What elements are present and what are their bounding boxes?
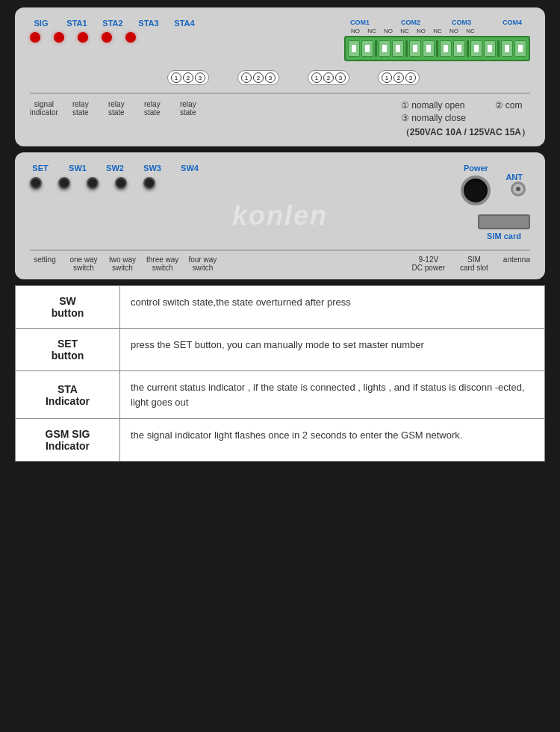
pin-9 bbox=[470, 40, 482, 57]
power-ant-row: Power ANT bbox=[461, 164, 530, 205]
no3: NO bbox=[413, 28, 429, 34]
desc-three-way: three wayswitch bbox=[146, 255, 178, 272]
indicator-labels: SIG STA1 STA2 STA3 STA4 bbox=[30, 19, 196, 28]
desc-signal-line1: signal bbox=[30, 100, 58, 108]
info-table: SWbutton control switch state,the state … bbox=[15, 285, 545, 462]
relay-group-4: 1 2 3 bbox=[378, 70, 420, 85]
num-3-3: 3 bbox=[335, 72, 346, 83]
num-4-3: 3 bbox=[405, 72, 416, 83]
gsm-sig-label: GSM SIGIndicator bbox=[16, 419, 120, 461]
sta4-label: STA4 bbox=[173, 19, 196, 28]
legend-item3: ③ nomally close bbox=[401, 113, 466, 123]
set-label: SET bbox=[30, 164, 51, 173]
pin-10 bbox=[484, 40, 496, 57]
no2: NO bbox=[380, 28, 396, 34]
num-3-1: 1 bbox=[311, 72, 322, 83]
sta1-label: STA1 bbox=[66, 19, 88, 28]
sig-label: SIG bbox=[30, 19, 52, 28]
num-2-1: 1 bbox=[241, 72, 252, 83]
relay-group-2: 1 2 3 bbox=[237, 70, 279, 85]
num-2-3: 3 bbox=[265, 72, 276, 83]
ant-section: ANT bbox=[505, 173, 530, 196]
no4: NO bbox=[446, 28, 462, 34]
nc2: NC bbox=[396, 28, 413, 34]
sim-card-section: SIM card bbox=[478, 214, 530, 241]
indicators-section: SIG STA1 STA2 STA3 STA4 bbox=[30, 19, 196, 43]
sta1-dot bbox=[54, 32, 64, 43]
ant-inner bbox=[516, 187, 520, 191]
desc-one-way: one wayswitch bbox=[69, 255, 99, 272]
sta3-label: STA3 bbox=[137, 19, 160, 28]
sta-indicator-label: STAIndicator bbox=[16, 371, 120, 418]
main-container: SIG STA1 STA2 STA3 STA4 bbox=[0, 0, 560, 732]
sw2-label: SW2 bbox=[105, 164, 125, 173]
set-button[interactable] bbox=[30, 177, 42, 189]
bottom-desc-right: 9-12VDC power SIMcard slot antenna bbox=[412, 255, 530, 272]
com1-label: COM1 bbox=[350, 19, 370, 26]
pin-12 bbox=[514, 40, 526, 57]
desc-relay4: relay state bbox=[175, 100, 202, 139]
num-1-3: 3 bbox=[195, 72, 205, 83]
set-button-desc: press the SET button, you can manually m… bbox=[120, 329, 544, 370]
pin-1 bbox=[348, 40, 360, 57]
power-button[interactable] bbox=[461, 176, 491, 205]
sw4-label: SW4 bbox=[179, 164, 200, 173]
desc-relay1: relay state bbox=[67, 100, 94, 139]
relay-group-1: 1 2 3 bbox=[167, 70, 209, 85]
num-2-2: 2 bbox=[253, 72, 264, 83]
pin-6 bbox=[423, 40, 435, 57]
nc4: NC bbox=[462, 28, 479, 34]
sim-label: SIM card bbox=[487, 232, 521, 241]
nc1: NC bbox=[364, 28, 380, 34]
sw1-button[interactable] bbox=[58, 177, 70, 189]
sw3-button[interactable] bbox=[115, 177, 127, 189]
sw2-button[interactable] bbox=[87, 177, 99, 189]
sta2-label: STA2 bbox=[102, 19, 124, 28]
sta3-dot bbox=[102, 32, 112, 43]
sw4-button[interactable] bbox=[143, 177, 155, 189]
indicator-dots bbox=[30, 32, 136, 43]
no1: NO bbox=[347, 28, 364, 34]
dc-power-desc: 9-12VDC power bbox=[412, 255, 445, 272]
sta-indicator-row: STAIndicator the current status indicato… bbox=[16, 371, 544, 419]
pin-3 bbox=[379, 40, 391, 57]
sw-button-label: SWbutton bbox=[16, 286, 120, 328]
power-section: Power bbox=[461, 164, 491, 205]
sim-card-desc: SIMcard slot bbox=[460, 255, 488, 272]
top-panel: SIG STA1 STA2 STA3 STA4 bbox=[15, 7, 545, 146]
terminal-green-block bbox=[344, 36, 530, 61]
sta4-dot bbox=[125, 32, 136, 43]
desc-two-way: two wayswitch bbox=[108, 255, 137, 272]
bottom-panel: konlen SET SW1 SW2 SW3 SW4 bbox=[15, 152, 545, 279]
switch-dots bbox=[30, 177, 200, 189]
right-panel-section: Power ANT SIM card bbox=[461, 164, 530, 241]
com3-label: COM3 bbox=[452, 19, 471, 26]
sta2-dot bbox=[78, 32, 88, 43]
desc-setting: setting bbox=[30, 255, 60, 272]
sw-button-row: SWbutton control switch state,the state … bbox=[16, 286, 544, 329]
pin-11 bbox=[501, 40, 513, 57]
pin-2 bbox=[361, 40, 373, 57]
switch-labels: SET SW1 SW2 SW3 SW4 bbox=[30, 164, 200, 173]
num-1-1: 1 bbox=[171, 72, 181, 83]
sw3-label: SW3 bbox=[142, 164, 163, 173]
bottom-desc-row: setting one wayswitch two wayswitch thre… bbox=[30, 249, 530, 272]
ant-connector bbox=[511, 182, 526, 196]
legend-item1: ① nomally open bbox=[401, 100, 465, 111]
pin-4 bbox=[392, 40, 404, 57]
pin-8 bbox=[453, 40, 465, 57]
desc-signal: signal indicator bbox=[30, 100, 58, 139]
com2-label: COM2 bbox=[401, 19, 420, 26]
nc3: NC bbox=[429, 28, 446, 34]
num-4-1: 1 bbox=[382, 72, 392, 83]
sta-indicator-desc: the current status indicator , if the st… bbox=[120, 371, 544, 418]
num-1-2: 2 bbox=[183, 72, 193, 83]
antenna-desc: antenna bbox=[503, 255, 530, 272]
pin-7 bbox=[440, 40, 452, 57]
sw-button-desc: control switch state,the state overturne… bbox=[120, 286, 544, 328]
legend-item2: ② com bbox=[495, 100, 523, 111]
desc-four-way: four wayswitch bbox=[187, 255, 217, 272]
gsm-sig-row: GSM SIGIndicator the signal indicator li… bbox=[16, 419, 544, 461]
num-3-2: 2 bbox=[323, 72, 334, 83]
terminal-block: COM1 COM2 COM3 COM4 NO NC NO NC NO NC NO… bbox=[344, 19, 530, 61]
